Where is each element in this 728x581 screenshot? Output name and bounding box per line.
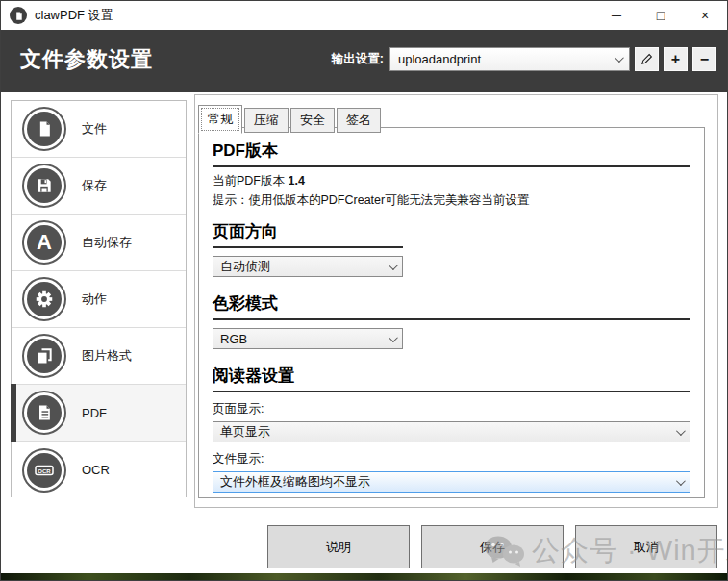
add-profile-button[interactable]: + [664,47,688,71]
header: 文件参数设置 输出设置: uploadandprint + − [1,30,727,92]
output-settings-label: 输出设置: [332,51,384,67]
pdf-version-hint: 提示：使用低版本的PDFCreater可能无法完美兼容当前设置 [213,192,690,209]
chevron-down-icon [389,333,398,342]
sidebar-item-label: PDF [82,406,107,420]
sidebar-item-save[interactable]: 保存 [12,158,186,215]
sidebar-item-label: 自动保存 [82,234,132,251]
sidebar-item-ocr[interactable]: OCR OCR [12,442,186,498]
chevron-down-icon [676,476,686,486]
sidebar-item-label: 文件 [82,120,107,138]
sidebar-item-actions[interactable]: 动作 [12,271,186,328]
chevron-down-icon [615,53,624,63]
tab-compression[interactable]: 压缩 [244,108,289,133]
color-mode-select[interactable]: RGB [213,328,403,349]
chevron-down-icon [389,261,398,270]
current-pdf-version-line: 当前PDF版本 1.4 [213,173,690,189]
ocr-icon: OCR [27,453,62,488]
titlebar: clawPDF 设置 ─ □ × [1,1,727,30]
file-icon [27,112,62,146]
pdf-version-value: 1.4 [288,174,304,188]
minimize-button[interactable]: ─ [594,1,639,30]
sidebar-item-image-format[interactable]: 图片格式 [12,328,186,385]
output-profile-value: uploadandprint [398,52,481,66]
tab-signature[interactable]: 签名 [337,108,381,133]
window-controls: ─ □ × [594,1,727,30]
output-profile-select[interactable]: uploadandprint [389,47,630,71]
page-display-label: 页面显示: [213,401,690,417]
page-title: 文件参数设置 [20,45,153,74]
maximize-button[interactable]: □ [639,1,683,30]
clawpdf-settings-window: clawPDF 设置 ─ □ × 文件参数设置 输出设置: uploadandp… [0,0,728,581]
tab-bar: 常规 压缩 安全 签名 [198,104,383,133]
tab-security[interactable]: 安全 [290,108,335,133]
cancel-button[interactable]: 取消 [575,525,717,568]
selection-bar [11,384,16,442]
sidebar-item-label: 图片格式 [82,347,132,365]
page-display-value: 单页显示 [220,423,270,441]
file-display-select[interactable]: 文件外框及缩略图均不显示 [213,471,690,493]
page-orientation-select[interactable]: 自动侦测 [213,256,403,277]
color-mode-heading: 色彩模式 [213,292,690,320]
save-button[interactable]: 保存 [421,525,564,568]
page-display-select[interactable]: 单页显示 [213,421,690,442]
output-settings-group: 输出设置: uploadandprint + − [332,47,716,71]
file-display-value: 文件外框及缩略图均不显示 [220,473,370,491]
app-logo-icon [10,7,27,24]
settings-panel: 常规 压缩 安全 签名 PDF版本 当前PDF版本 1.4 提示：使用低版本的P… [194,94,718,508]
page-orientation-heading: 页面方向 [213,220,403,248]
pencil-icon [640,52,654,66]
svg-text:OCR: OCR [38,467,51,473]
pdf-document-icon [27,395,62,430]
desktop-background-strip [1,573,727,580]
sidebar-item-pdf[interactable]: PDF [12,385,186,442]
autosave-icon: A [27,225,62,260]
window-title: clawPDF 设置 [35,7,113,24]
sidebar-item-label: 保存 [82,177,107,194]
sidebar-item-label: 动作 [82,290,107,308]
tab-general[interactable]: 常规 [198,105,242,134]
actions-gear-icon [27,282,62,316]
file-display-label: 文件显示: [213,451,690,467]
color-mode-value: RGB [220,332,247,346]
pdf-version-heading: PDF版本 [213,139,690,167]
sidebar-item-document[interactable]: 文件 [12,101,186,158]
viewer-settings-heading: 阅读器设置 [213,365,690,392]
sidebar: 文件 保存 A 自动保存 动作 图片格式 [11,100,187,497]
remove-profile-button[interactable]: − [692,47,716,71]
close-button[interactable]: × [683,1,727,30]
tab-page-general: PDF版本 当前PDF版本 1.4 提示：使用低版本的PDFCreater可能无… [198,127,705,498]
chevron-down-icon [676,426,686,436]
help-button[interactable]: 说明 [267,525,410,568]
edit-profile-button[interactable] [635,47,659,71]
sidebar-item-label: OCR [82,463,110,477]
save-icon [27,168,62,203]
image-format-icon [27,339,62,373]
page-orientation-value: 自动侦测 [220,258,270,275]
sidebar-item-autosave[interactable]: A 自动保存 [12,215,186,271]
